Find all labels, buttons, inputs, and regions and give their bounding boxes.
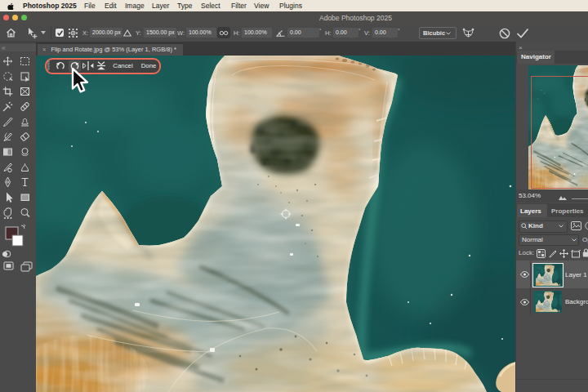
svg-text:Done: Done <box>141 62 156 69</box>
svg-text:Cancel: Cancel <box>113 62 133 69</box>
